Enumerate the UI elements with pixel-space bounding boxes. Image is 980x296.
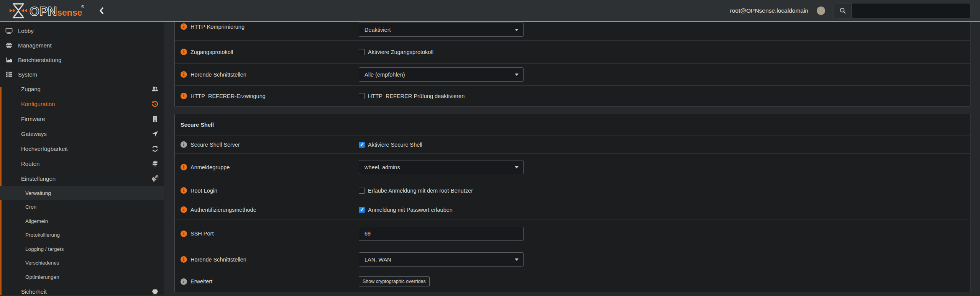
sidebar-item-system[interactable]: System	[0, 67, 164, 82]
info-icon[interactable]	[181, 23, 187, 30]
setting-row-anmeldegruppe: Anmeldegruppe wheel, admins	[175, 153, 970, 181]
setting-row-ssh-server: Secure Shell Server Aktiviere Secure She…	[175, 136, 970, 153]
map-signs-icon	[151, 160, 159, 167]
svg-text:sense: sense	[57, 8, 82, 18]
setting-row-ssh-port: SSH Port	[175, 219, 970, 248]
password-login-checkbox-label[interactable]: Anmeldung mit Passwort erlauben	[359, 207, 453, 213]
logged-in-user: root@OPNsense.localdomain	[730, 7, 808, 14]
sidebar-item-allgemein[interactable]: Allgemein	[0, 214, 164, 228]
setting-label: Zugangsprotokoll	[190, 49, 233, 55]
chevron-down-icon	[515, 166, 519, 168]
server-icon	[5, 71, 13, 78]
select-value: LAN, WAN	[364, 257, 391, 263]
ssh-enable-checkbox-label[interactable]: Aktiviere Secure Shell	[359, 142, 422, 148]
history-icon	[151, 100, 159, 108]
area-chart-icon	[5, 56, 13, 64]
setting-row-erweitert: Erweitert Show cryptographic overrides	[175, 271, 970, 292]
location-arrow-icon	[151, 130, 159, 137]
password-login-checkbox[interactable]	[359, 207, 365, 213]
sidebar-item-label: System	[18, 71, 37, 78]
setting-label: Authentifizierungsmethode	[190, 207, 256, 213]
sidebar-item-konfiguration[interactable]: Konfiguration	[0, 96, 164, 111]
setting-row-http-komprimierung: HTTP-Komprimierung Deaktiviert	[175, 22, 970, 40]
search-button[interactable]	[834, 3, 852, 18]
setting-label: Erweitert	[190, 278, 212, 285]
ssh-enable-checkbox[interactable]	[359, 142, 365, 148]
global-search	[834, 3, 970, 18]
setting-label: HTTP_REFERER-Erzwingung	[190, 93, 266, 99]
sidebar-item-label: Verwaltung	[25, 190, 51, 196]
info-icon[interactable]	[181, 256, 187, 263]
sidebar-item-label: Management	[18, 42, 52, 49]
setting-row-auth-methode: Authentifizierungsmethode Anmeldung mit …	[175, 200, 970, 219]
root-login-checkbox-label[interactable]: Erlaube Anmeldung mit dem root-Benutzer	[359, 188, 473, 194]
select-value: Deaktiviert	[364, 27, 391, 33]
chevron-down-icon	[515, 258, 519, 261]
chevron-left-icon	[99, 7, 104, 15]
sidebar-item-logging-targets[interactable]: Logging / targets	[0, 242, 164, 256]
sidebar-item-label: Verschiedenes	[25, 260, 59, 266]
setting-label: Secure Shell Server	[190, 142, 240, 148]
users-icon	[151, 85, 159, 93]
sidebar-item-protokollierung[interactable]: Protokollierung	[0, 228, 164, 242]
building-icon	[151, 115, 159, 123]
listen-interfaces-web-select[interactable]: Alle (empfohlen)	[359, 67, 524, 82]
setting-label: Anmeldegruppe	[190, 164, 230, 170]
settings-table-webgui: HTTP-Komprimierung Deaktiviert Zugangspr…	[174, 22, 970, 106]
info-icon[interactable]	[181, 49, 187, 55]
ssh-port-input[interactable]	[359, 227, 524, 241]
sidebar-item-routen[interactable]: Routen	[0, 156, 164, 171]
sidebar-item-label: Firmware	[21, 116, 45, 122]
sidebar-item-gateways[interactable]: Gateways	[0, 126, 164, 141]
show-crypto-overrides-button[interactable]: Show cryptographic overrides	[359, 276, 430, 286]
http-compression-select[interactable]: Deaktiviert	[359, 23, 524, 37]
sidebar-item-verschiedenes[interactable]: Verschiedenes	[0, 256, 164, 270]
sidebar-item-verwaltung[interactable]: Verwaltung	[0, 186, 164, 200]
info-icon[interactable]	[181, 187, 187, 194]
sidebar-item-label: Zugang	[21, 86, 41, 92]
info-icon[interactable]	[181, 278, 187, 285]
opnsense-logo[interactable]: OPN sense ®	[9, 2, 86, 20]
access-log-checkbox[interactable]	[359, 49, 365, 55]
sidebar-item-label: Gateways	[21, 131, 47, 137]
info-icon[interactable]	[181, 71, 187, 78]
sidebar-collapse-toggle[interactable]	[99, 7, 104, 15]
http-referer-checkbox[interactable]	[359, 93, 365, 99]
sidebar-item-management[interactable]: Management	[0, 38, 164, 52]
sidebar-item-optimierungen[interactable]: Optimierungen	[0, 270, 164, 284]
sync-icon	[151, 145, 159, 152]
info-icon[interactable]	[181, 231, 187, 237]
sidebar-item-zugang[interactable]: Zugang	[0, 82, 164, 96]
root-login-checkbox[interactable]	[359, 188, 365, 194]
sidebar: Lobby Management Berichterstattung Syste…	[0, 22, 164, 295]
sidebar-item-cron[interactable]: Cron	[0, 200, 164, 214]
listen-interfaces-ssh-select[interactable]: LAN, WAN	[359, 252, 524, 267]
setting-label: Hörende Schnittstellen	[190, 72, 246, 78]
globe-icon	[5, 42, 13, 49]
info-icon[interactable]	[181, 141, 187, 148]
access-log-checkbox-label[interactable]: Aktiviere Zugangsprotokoll	[359, 49, 433, 55]
chevron-down-icon	[515, 29, 519, 31]
main-content: HTTP-Komprimierung Deaktiviert Zugangspr…	[164, 22, 980, 295]
login-group-select[interactable]: wheel, admins	[359, 160, 524, 174]
user-status-dot	[817, 7, 825, 15]
certificate-icon	[151, 288, 159, 295]
setting-row-root-login: Root Login Erlaube Anmeldung mit dem roo…	[175, 181, 970, 200]
setting-label: SSH Port	[190, 231, 213, 237]
setting-row-http-referer: HTTP_REFERER-Erzwingung HTTP_REFERER Prü…	[175, 85, 970, 106]
sidebar-item-lobby[interactable]: Lobby	[0, 23, 164, 38]
sidebar-item-einstellungen[interactable]: Einstellungen	[0, 171, 164, 186]
http-referer-checkbox-label[interactable]: HTTP_REFERER Prüfung deaktivieren	[359, 93, 465, 99]
sidebar-item-hochverfuegbarkeit[interactable]: Hochverfügbarkeit	[0, 141, 164, 156]
sidebar-item-label: Lobby	[18, 28, 34, 34]
sidebar-item-sicherheit[interactable]: Sicherheit	[0, 284, 164, 296]
info-icon[interactable]	[181, 206, 187, 213]
sidebar-item-berichterstattung[interactable]: Berichterstattung	[0, 52, 164, 67]
svg-text:®: ®	[81, 5, 84, 9]
info-icon[interactable]	[181, 93, 187, 99]
select-value: wheel, admins	[364, 164, 400, 170]
sidebar-item-label: Protokollierung	[25, 232, 60, 238]
sidebar-item-firmware[interactable]: Firmware	[0, 111, 164, 126]
search-input[interactable]	[852, 3, 970, 18]
info-icon[interactable]	[181, 164, 187, 170]
